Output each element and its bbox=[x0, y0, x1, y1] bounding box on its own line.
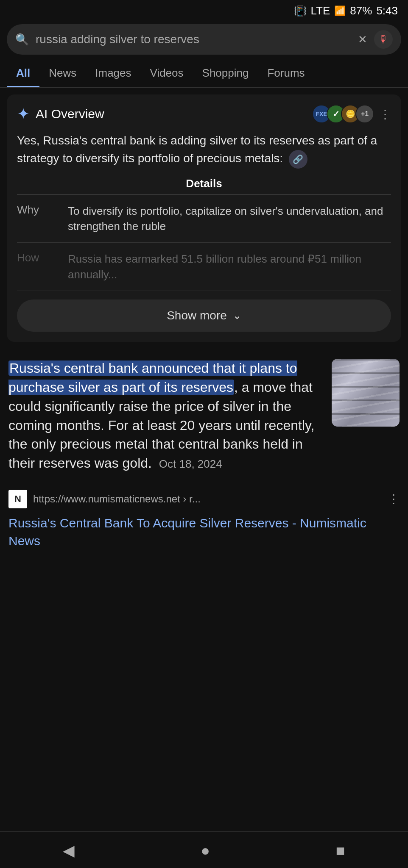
search-icon: 🔍 bbox=[15, 33, 29, 46]
ai-overview-left: ✦ AI Overview bbox=[17, 105, 104, 123]
news-result-top: Russia's central bank announced that it … bbox=[8, 359, 400, 477]
source-row-left[interactable]: N https://www.numismaticnews.net › r... bbox=[8, 490, 201, 508]
ai-overview-section: ✦ AI Overview FXE ✓ 🪙 +1 ⋮ Yes, Russia's… bbox=[7, 94, 401, 342]
battery-label: 87% bbox=[350, 4, 372, 17]
news-date: Oct 18, 2024 bbox=[159, 458, 222, 470]
silver-bars-graphic bbox=[332, 359, 400, 427]
clear-icon[interactable]: ✕ bbox=[358, 33, 367, 46]
tab-all[interactable]: All bbox=[7, 59, 39, 87]
show-more-label: Show more bbox=[167, 309, 227, 322]
source-row: N https://www.numismaticnews.net › r... … bbox=[8, 484, 400, 510]
lte-label: LTE bbox=[311, 4, 330, 17]
bottom-nav: ◀ ● ■ bbox=[0, 831, 408, 868]
source-url: https://www.numismaticnews.net › r... bbox=[33, 493, 201, 505]
ai-overview-title: AI Overview bbox=[36, 107, 104, 121]
details-label: Details bbox=[17, 177, 391, 190]
home-button[interactable]: ● bbox=[201, 842, 210, 860]
tab-videos[interactable]: Videos bbox=[141, 59, 193, 87]
ai-overview-header: ✦ AI Overview FXE ✓ 🪙 +1 ⋮ bbox=[17, 105, 391, 123]
search-query: russia adding silver to reserves bbox=[36, 33, 351, 46]
ai-overview-body: Yes, Russia's central bank is adding sil… bbox=[17, 132, 391, 169]
details-val-how: Russia has earmarked 51.5 billion rubles… bbox=[68, 251, 391, 282]
link-icon[interactable]: 🔗 bbox=[289, 150, 307, 169]
news-result-image bbox=[332, 359, 400, 427]
ai-overview-right: FXE ✓ 🪙 +1 ⋮ bbox=[312, 105, 391, 123]
source-icons[interactable]: FXE ✓ 🪙 +1 bbox=[312, 105, 374, 123]
details-row-why: Why To diversify its portfolio, capitali… bbox=[17, 195, 391, 243]
tab-forums[interactable]: Forums bbox=[258, 59, 314, 87]
tabs-container: All News Images Videos Shopping Forums bbox=[0, 59, 408, 88]
recent-apps-button[interactable]: ■ bbox=[336, 842, 345, 860]
tab-shopping[interactable]: Shopping bbox=[193, 59, 258, 87]
ai-star-icon: ✦ bbox=[17, 105, 30, 123]
search-bar[interactable]: 🔍 russia adding silver to reserves ✕ 🎙 bbox=[7, 24, 401, 55]
show-more-button[interactable]: Show more ⌄ bbox=[17, 300, 391, 332]
chevron-down-icon: ⌄ bbox=[233, 310, 241, 322]
tab-news[interactable]: News bbox=[39, 59, 86, 87]
details-val-why: To diversify its portfolio, capitalize o… bbox=[68, 203, 391, 234]
time-label: 5:43 bbox=[376, 4, 398, 17]
news-result-card: Russia's central bank announced that it … bbox=[0, 349, 408, 557]
details-row-how: How Russia has earmarked 51.5 billion ru… bbox=[17, 243, 391, 291]
source-plus-badge: +1 bbox=[355, 105, 374, 123]
back-button[interactable]: ◀ bbox=[63, 842, 75, 860]
details-key-how: How bbox=[17, 251, 59, 264]
news-link-title[interactable]: Russia's Central Bank To Acquire Silver … bbox=[8, 514, 400, 550]
status-bar: 📳 LTE 📶 87% 5:43 bbox=[0, 0, 408, 20]
news-result-title: Russia's central bank announced that it … bbox=[8, 359, 323, 473]
source-favicon: N bbox=[8, 490, 27, 508]
vibrate-icon: 📳 bbox=[294, 5, 307, 17]
highlight-text: Russia's central bank announced that it … bbox=[8, 361, 297, 395]
signal-icon: 📶 bbox=[334, 6, 346, 17]
ai-overview-more-button[interactable]: ⋮ bbox=[379, 107, 391, 121]
news-result-text-block: Russia's central bank announced that it … bbox=[8, 359, 323, 477]
mic-icon[interactable]: 🎙 bbox=[374, 30, 393, 49]
tab-images[interactable]: Images bbox=[86, 59, 140, 87]
details-key-why: Why bbox=[17, 203, 59, 216]
source-more-button[interactable]: ⋮ bbox=[388, 492, 400, 506]
search-bar-container: 🔍 russia adding silver to reserves ✕ 🎙 bbox=[0, 20, 408, 59]
